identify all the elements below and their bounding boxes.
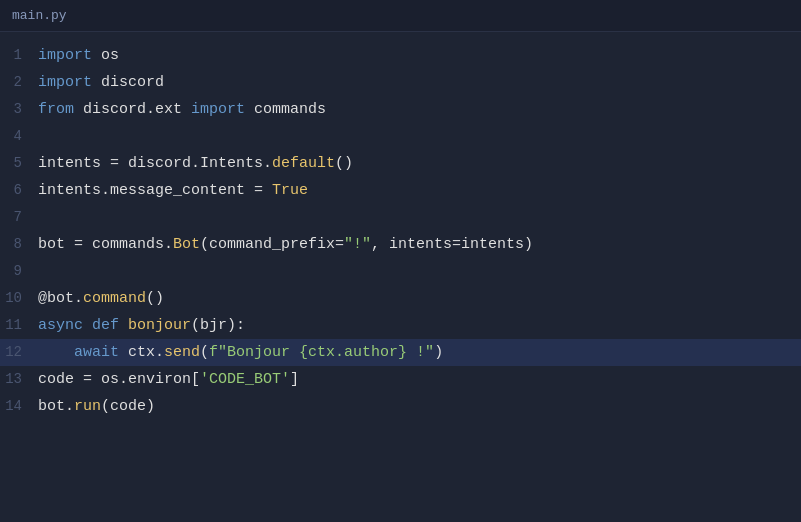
- token: "!": [344, 236, 371, 253]
- token: async: [38, 317, 83, 334]
- token: ctx.: [119, 344, 164, 361]
- line-number: 3: [0, 96, 38, 123]
- token: commands: [245, 101, 326, 118]
- token: bonjour: [128, 317, 191, 334]
- token: (command_prefix=: [200, 236, 344, 253]
- token: from: [38, 101, 74, 118]
- line-number: 2: [0, 69, 38, 96]
- token: command: [83, 290, 146, 307]
- token: def: [92, 317, 119, 334]
- token: [119, 317, 128, 334]
- token: bot.: [38, 398, 74, 415]
- code-line: 10@bot.command(): [0, 285, 801, 312]
- line-number: 12: [0, 339, 38, 366]
- token: code = os.environ[: [38, 371, 200, 388]
- token: ]: [290, 371, 299, 388]
- line-content: import os: [38, 42, 801, 69]
- line-number: 7: [0, 204, 38, 231]
- line-number: 10: [0, 285, 38, 312]
- code-line: 5intents = discord.Intents.default(): [0, 150, 801, 177]
- token: default: [272, 155, 335, 172]
- line-content: from discord.ext import commands: [38, 96, 801, 123]
- token: ): [434, 344, 443, 361]
- token: discord: [92, 74, 164, 91]
- code-line: 3from discord.ext import commands: [0, 96, 801, 123]
- token: bot = commands.: [38, 236, 173, 253]
- line-number: 1: [0, 42, 38, 69]
- token: , intents=intents): [371, 236, 533, 253]
- token: Bot: [173, 236, 200, 253]
- token: f"Bonjour {ctx.author} !": [209, 344, 434, 361]
- token: send: [164, 344, 200, 361]
- code-line: 1import os: [0, 42, 801, 69]
- line-content: intents.message_content = True: [38, 177, 801, 204]
- code-line: 2import discord: [0, 69, 801, 96]
- line-number: 13: [0, 366, 38, 393]
- token: [83, 317, 92, 334]
- code-line: 4: [0, 123, 801, 150]
- token: (: [200, 344, 209, 361]
- line-number: 8: [0, 231, 38, 258]
- line-number: 11: [0, 312, 38, 339]
- code-line: 7: [0, 204, 801, 231]
- code-line: 13code = os.environ['CODE_BOT']: [0, 366, 801, 393]
- token: intents.message_content =: [38, 182, 272, 199]
- token: run: [74, 398, 101, 415]
- line-content: code = os.environ['CODE_BOT']: [38, 366, 801, 393]
- code-line: 8bot = commands.Bot(command_prefix="!", …: [0, 231, 801, 258]
- line-number: 6: [0, 177, 38, 204]
- token: 'CODE_BOT': [200, 371, 290, 388]
- line-content: @bot.command(): [38, 285, 801, 312]
- token: @bot.: [38, 290, 83, 307]
- line-content: async def bonjour(bjr):: [38, 312, 801, 339]
- file-title: main.py: [12, 8, 67, 23]
- token: intents = discord.Intents.: [38, 155, 272, 172]
- line-number: 9: [0, 258, 38, 285]
- token: import: [191, 101, 245, 118]
- token: import: [38, 74, 92, 91]
- token: import: [38, 47, 92, 64]
- token: (bjr):: [191, 317, 245, 334]
- code-line: 12 await ctx.send(f"Bonjour {ctx.author}…: [0, 339, 801, 366]
- line-content: bot.run(code): [38, 393, 801, 420]
- line-number: 4: [0, 123, 38, 150]
- line-number: 5: [0, 150, 38, 177]
- token: (code): [101, 398, 155, 415]
- title-bar: main.py: [0, 0, 801, 32]
- code-editor: 1import os2import discord3from discord.e…: [0, 32, 801, 522]
- code-line: 14bot.run(code): [0, 393, 801, 420]
- line-content: await ctx.send(f"Bonjour {ctx.author} !"…: [38, 339, 801, 366]
- token: discord.ext: [74, 101, 191, 118]
- line-content: intents = discord.Intents.default(): [38, 150, 801, 177]
- line-content: import discord: [38, 69, 801, 96]
- token: await: [74, 344, 119, 361]
- line-number: 14: [0, 393, 38, 420]
- code-line: 11async def bonjour(bjr):: [0, 312, 801, 339]
- code-line: 6intents.message_content = True: [0, 177, 801, 204]
- token: [38, 344, 74, 361]
- code-line: 9: [0, 258, 801, 285]
- token: (): [146, 290, 164, 307]
- token: os: [92, 47, 119, 64]
- token: (): [335, 155, 353, 172]
- line-content: bot = commands.Bot(command_prefix="!", i…: [38, 231, 801, 258]
- token: True: [272, 182, 308, 199]
